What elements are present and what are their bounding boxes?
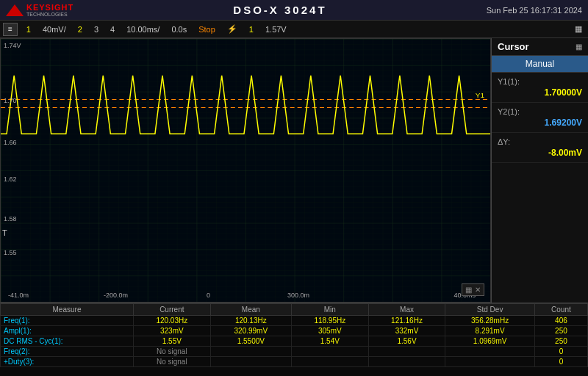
t-marker: T — [2, 228, 7, 237]
meas-label: +Duty(3): — [1, 357, 134, 367]
cursor-title: Cursor — [498, 41, 529, 52]
trig-level: 1.57V — [262, 25, 290, 34]
table-row: Freq(1): 120.03Hz 120.13Hz 118.95Hz 121.… — [1, 316, 588, 326]
x-label-3: 0 — [207, 292, 210, 299]
meas-max: 121.16Hz — [368, 316, 445, 326]
x-label-2: -200.0m — [104, 292, 128, 299]
meas-current: 323mV — [133, 326, 210, 336]
scope-close-icon: ✕ — [475, 286, 481, 294]
model-title: DSO-X 3024T — [233, 4, 326, 16]
meas-min: 118.95Hz — [291, 316, 368, 326]
y1-row: Y1(1): 1.70000V — [492, 73, 588, 103]
meas-mean: 320.99mV — [210, 326, 291, 336]
measurements-body: Freq(1): 120.03Hz 120.13Hz 118.95Hz 121.… — [1, 316, 588, 367]
logo-text: KEYSIGHT — [26, 3, 74, 12]
ch1-scale: 40mV/ — [40, 25, 69, 34]
col-current: Current — [133, 304, 210, 316]
y2-value: 1.69200V — [498, 118, 582, 128]
col-min: Min — [291, 304, 368, 316]
meas-max: 332mV — [368, 326, 445, 336]
cursor-grid-icon: ▦ — [576, 43, 582, 51]
table-row: Freq(2): No signal 0 — [1, 347, 588, 357]
y-label-1: 1.70 — [4, 97, 17, 104]
col-count: Count — [534, 304, 587, 316]
ch4-indicator: 4 — [107, 25, 118, 34]
menu-button[interactable]: ≡ — [3, 23, 18, 36]
meas-stddev: 8.291mV — [445, 326, 535, 336]
meas-count: 250 — [534, 336, 587, 347]
y1-label: Y1(1): — [498, 77, 582, 86]
meas-label: Freq(2): — [1, 347, 134, 357]
scope-icon-box[interactable]: ▦ ✕ — [462, 283, 484, 296]
x-label-1: -41.0m — [8, 292, 29, 299]
meas-stddev: 356.28mHz — [445, 316, 535, 326]
run-state: Stop — [196, 25, 218, 34]
y-label-4: 1.58 — [4, 215, 17, 223]
scope-screen: Y1 1.74V 1.70 1.66 1.62 1.58 1.55 T -41.… — [0, 38, 491, 303]
svg-marker-0 — [6, 4, 24, 16]
ch2-indicator: 2 — [75, 25, 85, 34]
meas-min — [291, 347, 368, 357]
cursor-panel: Cursor ▦ Manual Y1(1): 1.70000V Y2(1): 1… — [491, 38, 588, 303]
meas-mean — [210, 357, 291, 367]
meas-min — [291, 357, 368, 367]
col-stddev: Std Dev — [445, 304, 535, 316]
meas-label: Freq(1): — [1, 316, 134, 326]
cursor-header: Cursor ▦ — [492, 38, 588, 56]
y2-row: Y2(1): 1.69200V — [492, 103, 588, 133]
meas-mean: 1.5500V — [210, 336, 291, 347]
logo-sub: TECHNOLOGIES — [26, 12, 74, 17]
y-label-2: 1.66 — [4, 139, 17, 146]
meas-label: DC RMS - Cyc(1): — [1, 336, 134, 347]
trig-icon: ⚡ — [224, 24, 240, 34]
col-measure: Measure — [1, 304, 134, 316]
measurements-table: Measure Current Mean Min Max Std Dev Cou… — [0, 303, 588, 367]
meas-min: 1.54V — [291, 336, 368, 347]
main-area: Y1 1.74V 1.70 1.66 1.62 1.58 1.55 T -41.… — [0, 38, 588, 303]
dy-label: ΔY: — [498, 137, 582, 146]
meas-count: 0 — [534, 347, 587, 357]
toolbar: ≡ 1 40mV/ 2 3 4 10.00ms/ 0.0s Stop ⚡ 1 1… — [0, 21, 588, 38]
table-row: +Duty(3): No signal 0 — [1, 357, 588, 367]
meas-current: No signal — [133, 347, 210, 357]
meas-count: 250 — [534, 326, 587, 336]
meas-stddev — [445, 357, 535, 367]
top-bar: KEYSIGHT TECHNOLOGIES DSO-X 3024T Sun Fe… — [0, 0, 588, 21]
meas-current: No signal — [133, 357, 210, 367]
meas-current: 1.55V — [133, 336, 210, 347]
waveform-display: Y1 — [1, 39, 490, 302]
datetime: Sun Feb 25 16:17:31 2024 — [487, 6, 582, 15]
logo-icon — [6, 3, 24, 18]
col-mean: Mean — [210, 304, 291, 316]
x-label-4: 300.0m — [287, 292, 309, 299]
grid-icon: ▦ — [572, 24, 585, 34]
trig-ch: 1 — [246, 25, 257, 34]
meas-stddev — [445, 347, 535, 357]
meas-count: 0 — [534, 357, 587, 367]
meas-mean: 120.13Hz — [210, 316, 291, 326]
y1-value: 1.70000V — [498, 87, 582, 98]
meas-max — [368, 357, 445, 367]
scope-grid-icon: ▦ — [465, 286, 472, 294]
ch1-indicator: 1 — [24, 25, 34, 34]
meas-stddev: 1.0969mV — [445, 336, 535, 347]
measurements-panel: Measure Current Mean Min Max Std Dev Cou… — [0, 303, 588, 376]
meas-max — [368, 347, 445, 357]
meas-max: 1.56V — [368, 336, 445, 347]
meas-current: 120.03Hz — [133, 316, 210, 326]
y-label-5: 1.55 — [4, 249, 17, 256]
ch3-indicator: 3 — [91, 25, 101, 34]
meas-count: 406 — [534, 316, 587, 326]
meas-mean — [210, 347, 291, 357]
table-row: Ampl(1): 323mV 320.99mV 305mV 332mV 8.29… — [1, 326, 588, 336]
delay-value: 0.0s — [168, 25, 190, 34]
manual-button[interactable]: Manual — [492, 56, 588, 73]
meas-min: 305mV — [291, 326, 368, 336]
y-label-top: 1.74V — [4, 42, 21, 49]
meas-label: Ampl(1): — [1, 326, 134, 336]
dy-value: -8.00mV — [498, 148, 582, 158]
svg-text:Y1: Y1 — [476, 91, 485, 99]
y-label-3: 1.62 — [4, 176, 17, 183]
table-row: DC RMS - Cyc(1): 1.55V 1.5500V 1.54V 1.5… — [1, 336, 588, 347]
keysight-logo: KEYSIGHT TECHNOLOGIES — [6, 3, 74, 18]
